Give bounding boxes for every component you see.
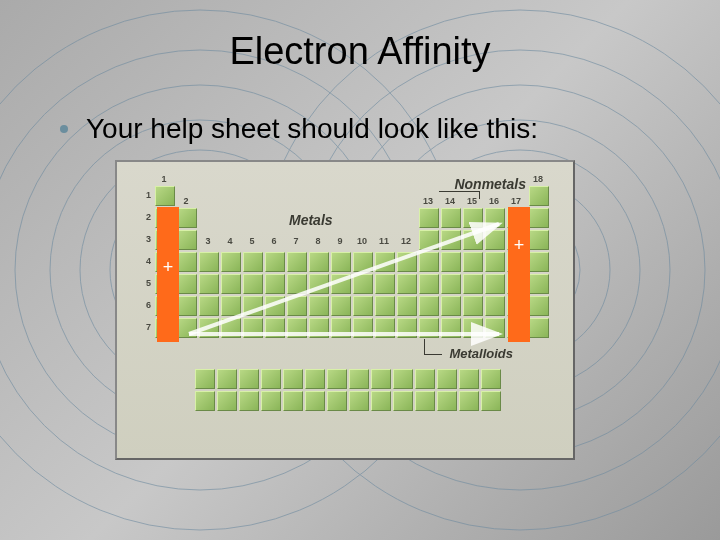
element-cell: [309, 252, 329, 272]
periodic-table-figure: Metals Nonmetals Metalloids 1 2 3 4 5 6 …: [115, 160, 575, 460]
orange-low-end-bar: +: [157, 207, 179, 342]
element-cell: [485, 274, 505, 294]
element-cell: [441, 318, 461, 338]
element-cell: [305, 369, 325, 389]
element-cell: [419, 274, 439, 294]
element-cell: [441, 274, 461, 294]
col-label: 12: [399, 236, 413, 246]
col-label: 9: [333, 236, 347, 246]
element-cell: [221, 252, 241, 272]
col-label: 13: [421, 196, 435, 206]
element-cell: [371, 369, 391, 389]
element-cell: [485, 252, 505, 272]
element-cell: [353, 274, 373, 294]
element-cell: [353, 318, 373, 338]
element-cell: [265, 296, 285, 316]
element-cell: [283, 369, 303, 389]
bullet-dot-icon: [60, 125, 68, 133]
element-cell: [375, 252, 395, 272]
element-cell: [155, 186, 175, 206]
element-cell: [441, 208, 461, 228]
element-cell: [397, 296, 417, 316]
element-cell: [177, 274, 197, 294]
col-label: 10: [355, 236, 369, 246]
element-cell: [199, 318, 219, 338]
element-cell: [529, 252, 549, 272]
element-cell: [287, 318, 307, 338]
element-cell: [397, 318, 417, 338]
element-cell: [327, 369, 347, 389]
element-cell: [287, 274, 307, 294]
element-cell: [393, 391, 413, 411]
element-cell: [283, 391, 303, 411]
element-cell: [309, 296, 329, 316]
element-cell: [419, 252, 439, 272]
element-cell: [459, 391, 479, 411]
element-cell: [349, 369, 369, 389]
row-label: 7: [139, 322, 151, 332]
slide-title: Electron Affinity: [0, 30, 720, 73]
slide-content: Electron Affinity Your help sheet should…: [0, 0, 720, 460]
element-cell: [419, 208, 439, 228]
element-cell: [217, 369, 237, 389]
element-cell: [441, 296, 461, 316]
periodic-table-area: Metals Nonmetals Metalloids 1 2 3 4 5 6 …: [139, 174, 551, 440]
element-cell: [239, 391, 259, 411]
element-cell: [485, 318, 505, 338]
element-cell: [485, 296, 505, 316]
col-label: 6: [267, 236, 281, 246]
element-cell: [195, 369, 215, 389]
element-cell: [177, 296, 197, 316]
row-label: 2: [139, 212, 151, 222]
element-cell: [463, 274, 483, 294]
element-cell: [305, 391, 325, 411]
element-cell: [375, 274, 395, 294]
element-cell: [397, 252, 417, 272]
nonmetals-label: Nonmetals: [454, 176, 526, 192]
element-cell: [463, 230, 483, 250]
element-cell: [415, 391, 435, 411]
element-cell: [309, 274, 329, 294]
element-cell: [353, 252, 373, 272]
metalloids-pointer-icon: [424, 339, 425, 354]
bullet-row: Your help sheet should look like this:: [0, 113, 720, 145]
element-cell: [485, 230, 505, 250]
element-cell: [371, 391, 391, 411]
element-cell: [327, 391, 347, 411]
element-cell: [265, 252, 285, 272]
element-cell: [287, 296, 307, 316]
col-label: 2: [179, 196, 193, 206]
col-label: 3: [201, 236, 215, 246]
element-cell: [177, 230, 197, 250]
element-cell: [481, 391, 501, 411]
element-cell: [221, 318, 241, 338]
element-cell: [463, 318, 483, 338]
col-label: 16: [487, 196, 501, 206]
element-cell: [199, 274, 219, 294]
row-label: 6: [139, 300, 151, 310]
element-cell: [261, 391, 281, 411]
element-cell: [353, 296, 373, 316]
element-cell: [243, 318, 263, 338]
element-cell: [463, 208, 483, 228]
element-cell: [243, 274, 263, 294]
element-cell: [217, 391, 237, 411]
metalloids-pointer-icon: [424, 354, 442, 355]
element-cell: [529, 186, 549, 206]
element-cell: [419, 318, 439, 338]
row-label: 5: [139, 278, 151, 288]
element-cell: [529, 230, 549, 250]
element-cell: [199, 296, 219, 316]
orange-high-end-bar: +: [508, 207, 530, 342]
col-label: 15: [465, 196, 479, 206]
col-label: 11: [377, 236, 391, 246]
element-cell: [287, 252, 307, 272]
col-label: 7: [289, 236, 303, 246]
element-cell: [221, 296, 241, 316]
element-cell: [239, 369, 259, 389]
element-cell: [375, 318, 395, 338]
element-cell: [177, 318, 197, 338]
col-label: 1: [157, 174, 171, 184]
element-cell: [437, 369, 457, 389]
element-cell: [419, 230, 439, 250]
